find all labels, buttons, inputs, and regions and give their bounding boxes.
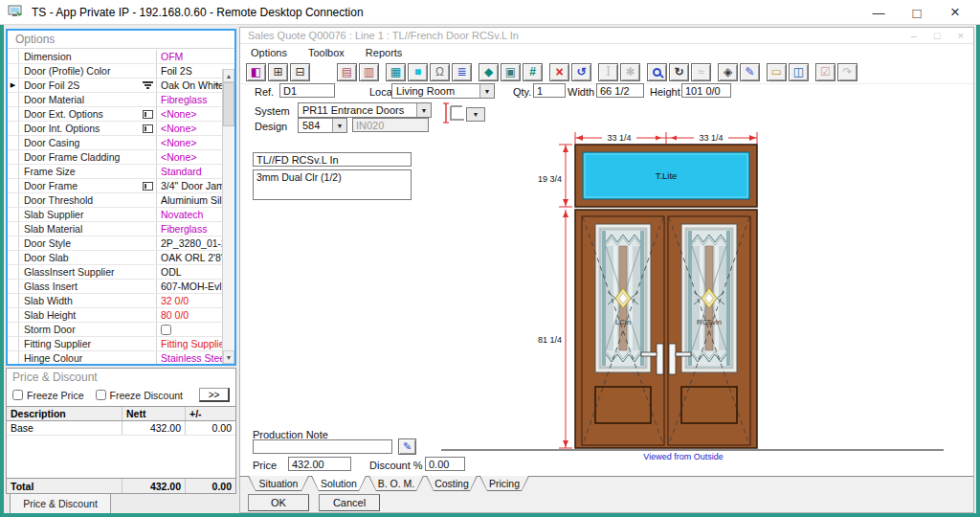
profile-colors-icon[interactable]: ◧: [246, 63, 266, 81]
edit-window-icon[interactable]: ▭: [767, 63, 787, 81]
option-row[interactable]: Slab Width32 0/0: [8, 294, 234, 308]
dropdown-arrow-icon[interactable]: ▼: [416, 103, 431, 117]
option-row[interactable]: Door Frame3/4" Door Jamb: [8, 179, 234, 193]
quote-maximize-icon[interactable]: □: [934, 30, 941, 41]
scroll-down-icon[interactable]: ▼: [223, 350, 234, 364]
cancel-button[interactable]: Cancel: [319, 494, 380, 511]
draw-tool-icon[interactable]: ✎: [740, 63, 760, 81]
ok-button[interactable]: OK: [248, 494, 309, 511]
description-input[interactable]: [253, 152, 412, 167]
zoom-icon[interactable]: [647, 63, 667, 81]
freehand-tool-icon[interactable]: ≈: [691, 63, 711, 81]
tab-bom[interactable]: B. O. M.: [368, 476, 424, 491]
production-note-input[interactable]: [253, 439, 392, 454]
glazing-note-textarea[interactable]: 3mm Dual Clr (1/2): [253, 169, 412, 200]
muntin-grid-icon[interactable]: #: [523, 63, 543, 81]
window-colors-icon[interactable]: ◫: [789, 63, 809, 81]
frame-outline-icon[interactable]: ▣: [501, 63, 521, 81]
menu-options[interactable]: Options: [240, 47, 298, 58]
tab-situation[interactable]: Situation: [248, 476, 309, 491]
option-row[interactable]: DimensionOFM: [8, 50, 234, 64]
tab-costing[interactable]: Costing: [426, 476, 478, 491]
discount-input[interactable]: [425, 457, 465, 471]
remote-desktop-screen: TS - App Private IP - 192.168.0.60 - Rem…: [0, 0, 980, 517]
shrink-fit-icon[interactable]: ◆: [479, 63, 499, 81]
option-row[interactable]: Slab Height80 0/0: [8, 308, 234, 323]
ref-label: Ref.: [255, 86, 274, 98]
delete-document-icon[interactable]: ▥: [359, 63, 379, 81]
option-row[interactable]: Door (Profile) ColorFoil 2S: [8, 64, 234, 79]
option-row[interactable]: Hinge ColourStainless Steel: [8, 351, 234, 364]
option-row[interactable]: GlassInsert SupplierODL: [8, 265, 234, 280]
edit-note-button[interactable]: ✎: [398, 438, 416, 455]
confirm-option-icon[interactable]: ☑: [815, 63, 835, 81]
panel-view-icon[interactable]: ⊟: [290, 63, 310, 81]
option-row[interactable]: Fitting SupplierFitting Supplier 1: [8, 337, 234, 351]
option-row[interactable]: Door Ext. Options<None>: [8, 107, 234, 122]
storm-door-checkbox[interactable]: [161, 325, 171, 335]
option-row[interactable]: Frame SizeStandard: [8, 165, 234, 179]
price-input[interactable]: [288, 457, 351, 471]
rotate-view-icon[interactable]: ↻: [669, 63, 689, 81]
lock-icon[interactable]: Ω: [430, 63, 450, 81]
tab-solution[interactable]: Solution: [311, 476, 367, 491]
left-door-panel: [595, 387, 651, 423]
option-row[interactable]: Door SlabOAK ORL 2'8"X6'8": [8, 251, 234, 265]
option-row[interactable]: Glass Insert607-MOH-Evl FP OAK: [8, 280, 234, 294]
option-row[interactable]: Slab MaterialFiberglass: [8, 222, 234, 236]
fill-color-icon[interactable]: ■: [408, 63, 428, 81]
dropdown-arrow-icon[interactable]: ▼: [213, 81, 220, 88]
option-row[interactable]: Slab SupplierNovatech: [8, 208, 234, 222]
delete-icon[interactable]: ×: [549, 63, 569, 81]
maximize-icon[interactable]: □: [898, 0, 936, 25]
grid-view-icon[interactable]: ⊞: [268, 63, 288, 81]
undo-icon[interactable]: ↺: [571, 63, 591, 81]
quote-close-icon[interactable]: ×: [958, 30, 964, 41]
move-node-icon[interactable]: ◈: [718, 63, 738, 81]
options-scrollbar[interactable]: ▲ ▼: [222, 69, 234, 364]
menu-toolbox[interactable]: Toolbox: [298, 47, 355, 58]
tab-pricing[interactable]: Pricing: [479, 476, 529, 491]
option-label: Door Casing: [19, 137, 140, 148]
option-row[interactable]: Door Style2P_3280_01-2248: [8, 236, 234, 251]
option-row[interactable]: Door MaterialFibreglass: [8, 93, 234, 107]
freeze-discount-checkbox[interactable]: [96, 390, 106, 400]
height-input[interactable]: [681, 83, 731, 98]
option-row[interactable]: Door ThresholdAluminium Sill: [8, 193, 234, 208]
option-row[interactable]: Door Casing<None>: [8, 136, 234, 150]
price-row-base[interactable]: Base 432.00 0.00: [7, 421, 235, 436]
option-row[interactable]: Door Int. Options<None>: [8, 122, 234, 136]
option-row-selected[interactable]: ▶Door Foil 2SOak On White▼: [8, 79, 234, 93]
frame-ref-dropdown[interactable]: ▼: [466, 107, 485, 122]
close-icon[interactable]: ×: [936, 0, 974, 25]
expand-price-button[interactable]: >>: [199, 388, 230, 402]
dimension-tool-icon[interactable]: I: [598, 63, 618, 81]
scroll-up-icon[interactable]: ▲: [223, 69, 234, 82]
system-select[interactable]: PR11 Entrance Doors ▼: [298, 102, 432, 118]
option-label: Door (Profile) Color: [19, 65, 140, 77]
print-document-icon[interactable]: ▤: [337, 63, 357, 81]
width-input[interactable]: [596, 83, 644, 98]
foil-icon: [143, 81, 154, 89]
scrollbar-thumb[interactable]: [223, 82, 234, 126]
menu-reports[interactable]: Reports: [355, 47, 413, 58]
minimize-icon[interactable]: —: [859, 0, 898, 25]
qty-input[interactable]: [533, 83, 566, 98]
freeze-price-checkbox[interactable]: [12, 390, 23, 400]
door-options-icon: [143, 124, 153, 133]
dropdown-arrow-icon[interactable]: ▼: [332, 119, 346, 132]
glazing-pattern-icon[interactable]: ▦: [386, 63, 406, 81]
option-value[interactable]: OFM: [156, 50, 234, 63]
design-select[interactable]: 584 ▼: [298, 118, 347, 133]
annotation-tool-icon[interactable]: ✱: [620, 63, 640, 81]
location-select[interactable]: Living Room ▼: [391, 83, 495, 99]
quote-minimize-icon[interactable]: –: [911, 30, 917, 41]
option-row[interactable]: Door Frame Cladding<None>: [8, 150, 234, 165]
pan-tool-icon[interactable]: ↷: [837, 63, 858, 81]
option-row[interactable]: Storm Door: [8, 323, 234, 337]
dropdown-arrow-icon[interactable]: ▼: [479, 84, 494, 98]
options-list-icon[interactable]: ≣: [452, 63, 472, 81]
tab-price-discount[interactable]: Price & Discount: [10, 494, 111, 514]
ref-input[interactable]: [279, 83, 335, 98]
dropdown-arrow-icon[interactable]: ▼: [467, 108, 484, 121]
